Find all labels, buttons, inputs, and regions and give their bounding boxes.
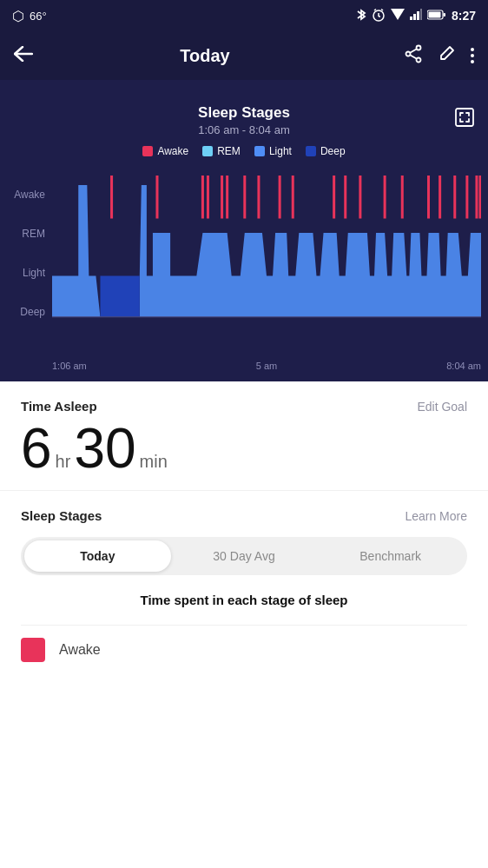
svg-rect-6 (410, 17, 412, 20)
chart-subtitle: 1:06 am - 8:04 am (0, 123, 488, 136)
sleep-hours: 6 (21, 421, 52, 476)
minutes-unit: min (140, 452, 168, 472)
svg-rect-7 (413, 14, 416, 20)
header-actions (405, 44, 474, 67)
x-label-mid: 5 am (256, 361, 277, 371)
svg-point-19 (471, 48, 474, 51)
svg-line-18 (410, 55, 417, 59)
status-right: 8:27 (356, 8, 476, 24)
y-label-awake: Awake (7, 189, 45, 201)
svg-rect-8 (417, 11, 419, 20)
awake-stage-label: Awake (59, 642, 101, 658)
signal-icon (410, 9, 422, 23)
sleep-minutes: 30 (74, 421, 135, 476)
time-display: 8:27 (452, 9, 476, 23)
stage-awake-item: Awake (21, 625, 467, 674)
svg-rect-12 (443, 13, 445, 17)
svg-line-17 (410, 49, 417, 53)
legend-deep: Deep (306, 145, 346, 157)
svg-line-4 (381, 9, 383, 10)
svg-point-15 (406, 52, 411, 56)
learn-more-button[interactable]: Learn More (405, 509, 467, 523)
bluetooth-icon (356, 8, 366, 24)
awake-color-indicator (21, 638, 45, 662)
tab-benchmark[interactable]: Benchmark (317, 540, 464, 572)
app-logo-icon: ⬡ (12, 8, 24, 24)
svg-rect-11 (428, 11, 440, 17)
share-icon[interactable] (405, 44, 422, 67)
wifi-icon (391, 9, 405, 23)
temperature-display: 66° (30, 10, 47, 23)
chart-y-labels: Awake REM Light Deep (7, 166, 52, 357)
page-title: Today (5, 46, 405, 66)
tab-30day[interactable]: 30 Day Avg (171, 540, 318, 572)
main-content: Time Asleep Edit Goal 6 hr 30 min Sleep … (0, 381, 488, 688)
sleep-chart-section: Sleep Stages 1:06 am - 8:04 am Awake REM… (0, 80, 488, 381)
y-label-rem: REM (7, 228, 45, 240)
chart-title: Sleep Stages (0, 104, 488, 122)
svg-rect-9 (420, 9, 422, 20)
legend-awake: Awake (142, 145, 188, 157)
legend-rem: REM (202, 145, 241, 157)
alarm-icon (372, 8, 386, 24)
time-asleep-header: Time Asleep Edit Goal (21, 399, 467, 414)
hours-unit: hr (56, 452, 71, 472)
svg-marker-5 (391, 9, 405, 20)
expand-icon[interactable] (455, 108, 474, 131)
sleep-stages-header: Sleep Stages Learn More (21, 508, 467, 523)
chart-svg-area (52, 166, 481, 357)
sleep-tabs: Today 30 Day Avg Benchmark (21, 537, 467, 575)
time-asleep-title: Time Asleep (21, 399, 97, 414)
time-asleep-section: Time Asleep Edit Goal 6 hr 30 min (0, 381, 488, 491)
svg-line-3 (374, 9, 376, 10)
sleep-stages-section: Sleep Stages Learn More Today 30 Day Avg… (0, 491, 488, 688)
status-bar: ⬡ 66° (0, 0, 488, 31)
chart-x-labels: 1:06 am 5 am 8:04 am (0, 357, 488, 381)
sleep-chart: Awake REM Light Deep (7, 166, 481, 357)
status-left: ⬡ 66° (12, 8, 47, 24)
legend-light: Light (254, 145, 292, 157)
edit-goal-button[interactable]: Edit Goal (417, 400, 467, 414)
legend-awake-label: Awake (157, 145, 188, 157)
chart-legend: Awake REM Light Deep (0, 145, 488, 157)
svg-point-21 (471, 60, 474, 63)
legend-deep-label: Deep (320, 145, 346, 157)
sleep-stages-title: Sleep Stages (21, 508, 102, 523)
tab-today[interactable]: Today (24, 540, 171, 572)
svg-rect-22 (456, 109, 473, 126)
app-header: Today (0, 31, 488, 80)
more-options-icon[interactable] (471, 47, 474, 64)
legend-light-label: Light (269, 145, 292, 157)
battery-icon (427, 10, 446, 23)
y-label-deep: Deep (7, 306, 45, 318)
y-label-light: Light (7, 267, 45, 279)
x-label-start: 1:06 am (52, 361, 87, 371)
svg-point-20 (471, 54, 474, 57)
x-label-end: 8:04 am (446, 361, 481, 371)
legend-rem-label: REM (217, 145, 241, 157)
edit-icon[interactable] (438, 45, 455, 66)
stage-description: Time spent in each stage of sleep (21, 593, 467, 607)
sleep-time-display: 6 hr 30 min (21, 421, 467, 476)
